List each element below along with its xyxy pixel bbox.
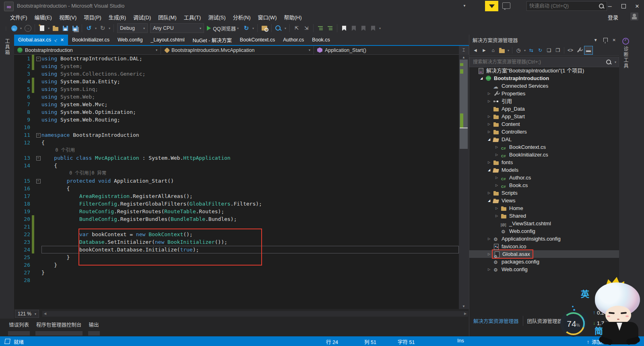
code-text[interactable]: Database.SetInitializer(new BookInitiali… <box>41 238 459 246</box>
tree-item[interactable]: ▷Author.cs <box>469 174 619 181</box>
tree-item[interactable]: ◢Models <box>469 166 619 174</box>
save-all-icon[interactable] <box>70 24 79 33</box>
tree-item[interactable]: ▷Content <box>469 120 619 128</box>
toolbar-grip[interactable]: ⋮ <box>4 26 8 31</box>
increase-indent-icon[interactable] <box>326 24 334 33</box>
tree-expand-icon[interactable]: ▷ <box>486 97 492 105</box>
tree-expand-icon[interactable]: ▷ <box>494 181 500 189</box>
code-text[interactable]: { <box>41 162 459 169</box>
menu-item[interactable]: 分析(N) <box>229 12 254 22</box>
solution-explorer-search-box[interactable]: ▾ <box>469 57 619 67</box>
code-text[interactable]: 0 个引用|0 异常 <box>41 169 459 177</box>
code-text[interactable]: 0 个引用 <box>41 146 459 154</box>
start-debugging-button[interactable]: QQ浏览器 ▾ <box>207 25 240 32</box>
menu-item[interactable]: 视图(V) <box>56 12 80 22</box>
tree-expand-icon[interactable]: ◢ <box>486 166 492 174</box>
previous-bookmark-icon[interactable] <box>349 24 358 33</box>
solution-platform-select[interactable]: Any CPU▾ <box>150 23 204 33</box>
tree-expand-icon[interactable]: ▷ <box>486 90 492 97</box>
se-sync-active-document-icon[interactable]: ⇆ <box>527 46 535 54</box>
tree-item[interactable]: ▷Book.cs <box>469 181 619 189</box>
code-text[interactable] <box>41 124 459 131</box>
tree-expand-icon[interactable]: ◢ <box>486 197 492 204</box>
code-text[interactable]: using System.Data.Entity; <box>41 78 459 85</box>
editor-tab[interactable]: Author.cs <box>279 35 308 45</box>
navigate-to-icon[interactable] <box>274 24 283 33</box>
menu-item[interactable]: 窗口(W) <box>254 12 281 22</box>
toolbox-vertical-tab[interactable]: 工具箱 <box>4 39 10 56</box>
user-avatar[interactable] <box>630 12 638 21</box>
next-bookmark-icon[interactable] <box>359 24 368 33</box>
editor-tab[interactable]: _Layout.cshtml <box>147 35 188 45</box>
tree-expand-icon[interactable]: ▷ <box>486 250 492 258</box>
editor-tab[interactable]: BookContext.cs <box>236 35 279 45</box>
bottom-panel-tab[interactable]: 输出 <box>88 319 100 336</box>
tree-item[interactable]: ▷引用 <box>469 97 619 105</box>
tree-expand-icon[interactable]: ▷ <box>486 266 492 273</box>
tree-expand-icon[interactable]: ▷ <box>486 189 492 197</box>
tree-item[interactable]: App_Data <box>469 105 619 113</box>
panel-menu-caret-icon[interactable]: ▼ <box>594 38 598 42</box>
code-text[interactable]: AreaRegistration.RegisterAllAreas(); <box>41 192 459 200</box>
bottom-panel-tab[interactable]: 错误列表 <box>8 319 30 336</box>
menu-item[interactable]: 测试(S) <box>204 12 229 22</box>
tree-item[interactable]: ▷Global.asax <box>469 250 619 258</box>
scroll-down-icon[interactable]: ▼ <box>459 305 469 308</box>
se-home-icon[interactable]: ⌂ <box>489 46 497 54</box>
code-text[interactable]: using System; <box>41 62 459 70</box>
code-text[interactable]: bookContext.Database.Initialize(true); <box>41 246 459 253</box>
tree-item[interactable]: _ViewStart.cshtml <box>469 220 619 227</box>
se-bottom-tab[interactable]: 解决方案资源管理器 <box>469 316 523 326</box>
editor-horizontal-scrollbar[interactable]: ◀ ▶ <box>42 311 468 317</box>
code-text[interactable]: protected void Application_Start() <box>41 177 459 185</box>
decrease-indent-icon[interactable] <box>316 24 325 33</box>
scroll-right-icon[interactable]: ▶ <box>462 311 468 317</box>
menu-item[interactable]: 工具(T) <box>180 12 205 22</box>
solution-configuration-select[interactable]: Debug▾ <box>117 23 148 33</box>
se-pending-changes-filter-icon[interactable]: ◷ <box>514 46 522 54</box>
code-text[interactable]: using System.Web.Mvc; <box>41 101 459 108</box>
code-text[interactable]: using System.Collections.Generic; <box>41 70 459 78</box>
save-icon[interactable] <box>61 24 70 33</box>
bottom-panel-tab[interactable]: 程序包管理器控制台 <box>35 319 83 336</box>
fold-margin[interactable]: − <box>35 154 41 162</box>
se-nested-view-icon[interactable]: ❏ <box>545 46 553 54</box>
zoom-level-select[interactable]: 121 %▾ <box>15 310 39 318</box>
navigate-forward-icon[interactable]: → <box>23 24 32 33</box>
editor-tab[interactable]: BookInitializer.cs <box>68 35 114 45</box>
fold-margin[interactable]: − <box>35 55 41 62</box>
se-bottom-tab[interactable]: 团队资源管理器 <box>523 316 567 326</box>
code-text[interactable] <box>41 276 459 284</box>
tab-close-icon[interactable]: ✕ <box>60 37 64 43</box>
redo-icon[interactable]: ↻ <box>98 24 107 33</box>
fold-margin[interactable]: − <box>35 177 41 185</box>
breadcrumb-segment[interactable]: Application_Start() <box>314 46 469 54</box>
menu-item[interactable]: 生成(B) <box>105 12 130 22</box>
se-scope-dropdown[interactable]: ▾ <box>506 49 510 52</box>
code-text[interactable]: using System.Linq; <box>41 85 459 93</box>
se-preview-icon[interactable]: ❐ <box>554 46 562 54</box>
tree-expand-icon[interactable]: ▷ <box>486 235 492 243</box>
undo-icon[interactable]: ↺ <box>85 24 93 33</box>
tree-item[interactable]: ▷Shared <box>469 212 619 220</box>
tree-expand-icon[interactable]: ▷ <box>486 128 492 136</box>
scroll-up-icon[interactable]: ▲ <box>459 56 469 59</box>
tree-expand-icon[interactable]: ▷ <box>486 159 492 166</box>
tree-item[interactable]: ▷Web.config <box>469 266 619 273</box>
navigate-back-dropdown[interactable]: ▾ <box>19 27 23 30</box>
code-text[interactable]: namespace BootstrapIntroduction <box>41 131 459 139</box>
code-text[interactable]: { <box>41 139 459 146</box>
tree-expand-icon[interactable]: ◢ <box>486 136 492 143</box>
breadcrumb-segment[interactable]: BootstrapIntroduction.MvcApplication▾ <box>161 46 314 54</box>
clear-bookmarks-icon[interactable] <box>369 24 378 33</box>
refresh-dropdown[interactable]: ▾ <box>251 27 255 30</box>
code-text[interactable]: using System.Web.Optimization; <box>41 108 459 116</box>
code-text[interactable]: var bookContext = new BookContext(); <box>41 231 459 238</box>
breadcrumb-segment[interactable]: BootstrapIntroduction▾ <box>14 46 161 54</box>
tree-expand-icon[interactable]: ▷ <box>494 204 500 212</box>
se-show-all-files-icon[interactable]: ▬ <box>584 46 593 55</box>
redo-dropdown[interactable]: ▾ <box>107 27 111 30</box>
navigate-to-dropdown[interactable]: ▾ <box>283 27 287 30</box>
code-text[interactable]: } <box>41 269 459 276</box>
tree-item[interactable]: ◢Views <box>469 197 619 204</box>
